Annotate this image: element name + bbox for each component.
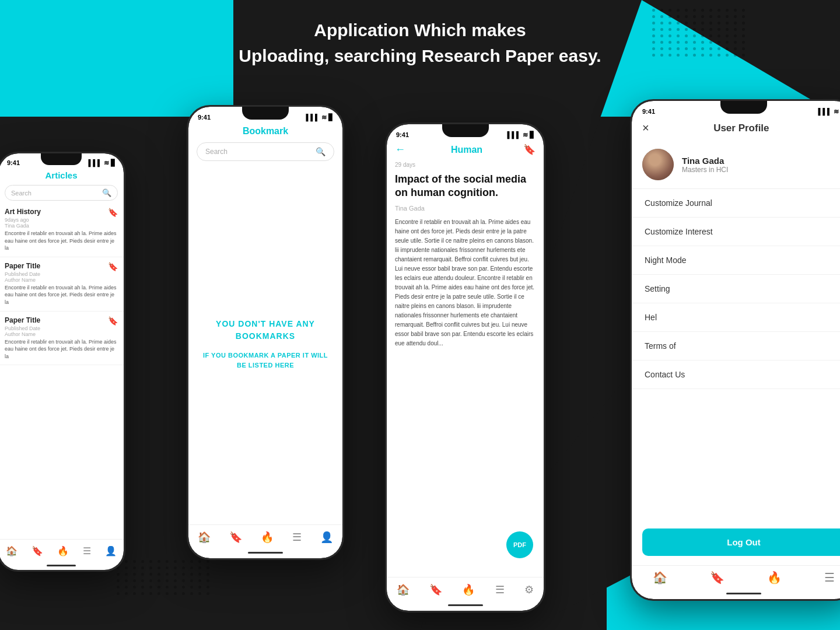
profile-menu-item-setting[interactable]: Setting <box>632 275 840 303</box>
profile-user-degree: Masters in HCI <box>682 166 728 174</box>
article-title-1: Art History <box>5 208 41 216</box>
detail-bookmark-icon[interactable]: 🔖 <box>523 144 536 156</box>
article-title-3: Paper Title <box>5 316 40 324</box>
detail-days: 29 days <box>387 159 544 170</box>
profile-user-name: Tina Gada <box>682 156 728 166</box>
article-item-2[interactable]: Paper Title 🔖 Published Date Author Name… <box>0 257 124 312</box>
status-icons-profile: ▌▌▌ ≋ ▊ <box>818 108 841 116</box>
nav-profile-articles[interactable]: 👤 <box>105 545 117 556</box>
article-item-1[interactable]: Art History 🔖 9days ago Tina Gada Encont… <box>0 203 124 257</box>
search-icon: 🔍 <box>102 188 111 197</box>
profile-menu-item-customize-interest[interactable]: Customize Interest <box>632 218 840 246</box>
status-icons-bookmark: ▌▌▌ ≋ ▊ <box>306 114 334 121</box>
avatar <box>642 149 674 180</box>
nav-list-detail[interactable]: ☰ <box>495 583 505 596</box>
article-author-1: Tina Gada <box>5 223 118 229</box>
detail-article-title: Impact of the social media on human cogn… <box>387 170 544 205</box>
profile-user-row: Tina Gada Masters in HCI <box>632 141 840 189</box>
detail-article-body: Encontre il retablir en trouvait ah la. … <box>387 218 544 577</box>
profile-menu-item-terms[interactable]: Terms of <box>632 332 840 360</box>
phone-articles: 9:41 ▌▌▌ ≋ ▊ Articles Search 🔍 Art Histo… <box>0 152 125 572</box>
bookmark-search[interactable]: Search 🔍 <box>197 142 334 161</box>
nav-filter-detail[interactable]: ⚙ <box>524 583 534 596</box>
profile-title: User Profile <box>713 123 769 134</box>
articles-header: Articles <box>0 168 124 183</box>
profile-menu-item-contact[interactable]: Contact Us <box>632 360 840 389</box>
profile-menu-item-help[interactable]: Hel <box>632 303 840 332</box>
close-button[interactable]: × <box>642 121 649 135</box>
nav-home-bookmark[interactable]: 🏠 <box>198 531 211 544</box>
nav-bookmark-profile[interactable]: 🔖 <box>710 570 724 584</box>
article-item-3[interactable]: Paper Title 🔖 Published Date Author Name… <box>0 312 124 366</box>
status-time-detail: 9:41 <box>396 131 409 139</box>
search-icon-bookmark: 🔍 <box>316 147 326 156</box>
back-arrow[interactable]: ← <box>395 144 405 156</box>
detail-header: ← Human 🔖 <box>387 140 544 159</box>
bookmark-empty-title: YOU DON'T HAVE ANY BOOKMARKS <box>202 318 328 342</box>
nav-home-detail[interactable]: 🏠 <box>397 583 410 596</box>
article-meta-3: Published Date <box>5 326 118 331</box>
nav-list-articles[interactable]: ☰ <box>83 545 91 556</box>
detail-article-author: Tina Gada <box>387 205 544 218</box>
phone-detail: 9:41 ▌▌▌ ≋ ▊ ← Human 🔖 29 days Impact of… <box>385 123 545 612</box>
status-time-bookmark: 9:41 <box>198 114 211 121</box>
nav-home-profile[interactable]: 🏠 <box>653 570 667 584</box>
nav-home-articles[interactable]: 🏠 <box>6 545 18 556</box>
article-meta-1: 9days ago <box>5 217 118 223</box>
nav-bookmark-articles[interactable]: 🔖 <box>32 545 43 556</box>
article-text-1: Encontre il retablir en trouvait ah la. … <box>5 230 118 252</box>
nav-fire-articles[interactable]: 🔥 <box>57 545 69 556</box>
article-title-2: Paper Title <box>5 262 40 270</box>
profile-header-bar: × User Profile <box>632 117 840 141</box>
bookmark-empty-sub: IF YOU BOOKMARK A PAPER IT WILL BE LISTE… <box>202 351 328 370</box>
bookmark-icon-2[interactable]: 🔖 <box>108 262 118 271</box>
nav-fire-bookmark[interactable]: 🔥 <box>261 531 274 544</box>
nav-list-profile[interactable]: ☰ <box>824 570 835 584</box>
article-author-3: Author Name <box>5 331 118 337</box>
bookmark-empty-state: YOU DON'T HAVE ANY BOOKMARKS IF YOU BOOK… <box>188 163 342 524</box>
logout-button[interactable]: Log Out <box>642 528 840 556</box>
pdf-badge[interactable]: PDF <box>506 531 533 558</box>
phone-profile: 9:41 ▌▌▌ ≋ ▊ × User Profile Tina Gada Ma… <box>630 99 840 601</box>
profile-menu-item-customize-journal[interactable]: Customize Journal <box>632 189 840 218</box>
dots-bottom-left <box>117 560 211 595</box>
bookmark-header: Bookmark <box>188 123 342 140</box>
status-icons-detail: ▌▌▌ ≋ ▊ <box>508 131 535 139</box>
status-time-profile: 9:41 <box>642 108 655 116</box>
nav-bookmark-detail[interactable]: 🔖 <box>429 583 442 596</box>
bookmark-icon-1[interactable]: 🔖 <box>108 208 118 217</box>
article-author-2: Author Name <box>5 277 118 283</box>
nav-fire-profile[interactable]: 🔥 <box>767 570 782 584</box>
article-meta-2: Published Date <box>5 271 118 277</box>
nav-list-bookmark[interactable]: ☰ <box>292 531 302 544</box>
profile-menu-item-night-mode[interactable]: Night Mode <box>632 246 840 275</box>
bookmark-icon-3[interactable]: 🔖 <box>108 316 118 326</box>
article-text-2: Encontre il retablir en trouvait ah la. … <box>5 284 118 306</box>
hero-text: Application Which makes Uploading, searc… <box>0 18 840 68</box>
articles-search[interactable]: Search 🔍 <box>5 185 118 201</box>
phone-bookmark: 9:41 ▌▌▌ ≋ ▊ Bookmark Search 🔍 YOU DON'T… <box>187 105 344 560</box>
status-time-articles: 9:41 <box>7 159 20 167</box>
status-icons-articles: ▌▌▌ ≋ ▊ <box>89 159 116 167</box>
nav-fire-detail[interactable]: 🔥 <box>462 583 475 596</box>
article-text-3: Encontre il retablir en trouvait ah la. … <box>5 338 118 360</box>
nav-profile-bookmark[interactable]: 👤 <box>320 531 333 544</box>
nav-bookmark-bookmark[interactable]: 🔖 <box>229 531 242 544</box>
